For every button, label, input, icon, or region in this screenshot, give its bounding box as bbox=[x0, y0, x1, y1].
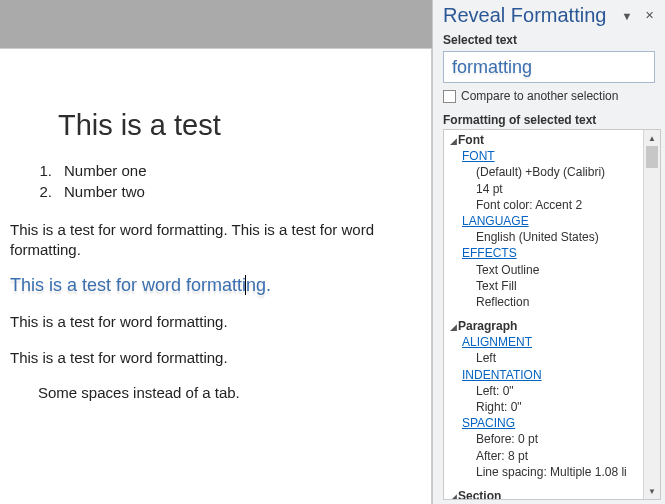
pane-title: Reveal Formatting bbox=[443, 4, 606, 27]
alignment-value: Left bbox=[448, 350, 643, 366]
formatting-label: Formatting of selected text bbox=[433, 109, 665, 129]
list-text[interactable]: Number two bbox=[64, 181, 145, 202]
font-size: 14 pt bbox=[448, 181, 643, 197]
tree-group-paragraph[interactable]: ◢Paragraph bbox=[448, 318, 643, 334]
pane-close-button[interactable]: ✕ bbox=[639, 6, 659, 26]
tree-group-font[interactable]: ◢Font bbox=[448, 132, 643, 148]
list-number: 1. bbox=[34, 160, 64, 181]
collapse-icon[interactable]: ◢ bbox=[448, 321, 458, 333]
compare-label: Compare to another selection bbox=[461, 89, 618, 103]
numbered-list[interactable]: 1. Number one 2. Number two bbox=[34, 160, 421, 202]
text-before-cursor[interactable]: This is a test for word formatti bbox=[10, 275, 246, 295]
font-link[interactable]: FONT bbox=[448, 148, 643, 164]
collapse-icon[interactable]: ◢ bbox=[448, 491, 458, 499]
list-item[interactable]: 1. Number one bbox=[34, 160, 421, 181]
effect-reflection: Reflection bbox=[448, 294, 643, 310]
page[interactable]: This is a test 1. Number one 2. Number t… bbox=[0, 48, 432, 504]
text-after-cursor[interactable]: ng. bbox=[246, 275, 271, 295]
formatted-paragraph[interactable]: This is a test for word formatting. bbox=[10, 275, 421, 296]
tree-group-section[interactable]: ◢Section bbox=[448, 488, 643, 499]
selected-text-box[interactable]: formatting bbox=[443, 51, 655, 83]
list-text[interactable]: Number one bbox=[64, 160, 147, 181]
paragraph[interactable]: This is a test for word formatting. bbox=[10, 348, 421, 368]
doc-title[interactable]: This is a test bbox=[58, 109, 421, 142]
effect-fill: Text Fill bbox=[448, 278, 643, 294]
tree-scrollbar[interactable]: ▲ ▼ bbox=[643, 130, 660, 499]
indent-left: Left: 0" bbox=[448, 383, 643, 399]
formatting-tree-container: ◢Font FONT (Default) +Body (Calibri) 14 … bbox=[443, 129, 661, 500]
paragraph[interactable]: This is a test for word formatting. This… bbox=[10, 220, 421, 259]
formatting-tree[interactable]: ◢Font FONT (Default) +Body (Calibri) 14 … bbox=[444, 130, 643, 499]
paragraph[interactable]: This is a test for word formatting. bbox=[10, 312, 421, 332]
collapse-icon[interactable]: ◢ bbox=[448, 135, 458, 147]
effects-link[interactable]: EFFECTS bbox=[448, 245, 643, 261]
alignment-link[interactable]: ALIGNMENT bbox=[448, 334, 643, 350]
language-link[interactable]: LANGUAGE bbox=[448, 213, 643, 229]
scroll-down-icon[interactable]: ▼ bbox=[644, 483, 660, 499]
paragraph-indented[interactable]: Some spaces instead of a tab. bbox=[38, 383, 421, 403]
document-area: This is a test 1. Number one 2. Number t… bbox=[0, 0, 432, 504]
reveal-formatting-pane: Reveal Formatting ▼ ✕ Selected text form… bbox=[432, 0, 665, 504]
scroll-up-icon[interactable]: ▲ bbox=[644, 130, 660, 146]
pane-menu-button[interactable]: ▼ bbox=[617, 6, 637, 26]
spacing-line: Line spacing: Multiple 1.08 li bbox=[448, 464, 643, 480]
list-number: 2. bbox=[34, 181, 64, 202]
font-default: (Default) +Body (Calibri) bbox=[448, 164, 643, 180]
list-item[interactable]: 2. Number two bbox=[34, 181, 421, 202]
spacing-link[interactable]: SPACING bbox=[448, 415, 643, 431]
scroll-thumb[interactable] bbox=[646, 146, 658, 168]
indent-right: Right: 0" bbox=[448, 399, 643, 415]
pane-header: Reveal Formatting ▼ ✕ bbox=[433, 0, 665, 29]
selected-text-label: Selected text bbox=[433, 29, 665, 49]
compare-checkbox[interactable] bbox=[443, 90, 456, 103]
compare-row[interactable]: Compare to another selection bbox=[433, 89, 665, 109]
language-value: English (United States) bbox=[448, 229, 643, 245]
font-color: Font color: Accent 2 bbox=[448, 197, 643, 213]
indentation-link[interactable]: INDENTATION bbox=[448, 367, 643, 383]
effect-outline: Text Outline bbox=[448, 262, 643, 278]
spacing-after: After: 8 pt bbox=[448, 448, 643, 464]
spacing-before: Before: 0 pt bbox=[448, 431, 643, 447]
